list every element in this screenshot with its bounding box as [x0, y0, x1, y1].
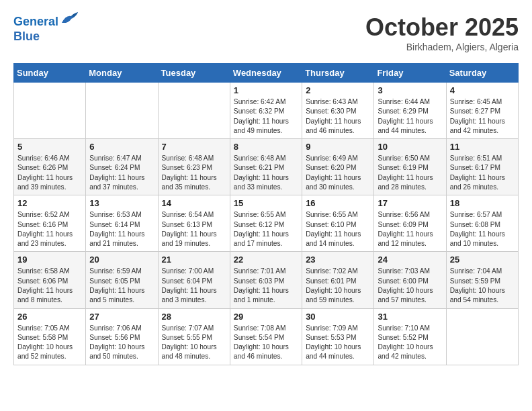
cell-content: Sunrise: 7:03 AMSunset: 6:00 PMDaylight:…: [378, 267, 442, 305]
calendar-cell: 7Sunrise: 6:48 AMSunset: 6:23 PMDaylight…: [158, 139, 230, 195]
cell-content: Sunrise: 6:54 AMSunset: 6:13 PMDaylight:…: [162, 210, 226, 248]
day-number: 17: [378, 198, 442, 208]
day-number: 5: [17, 142, 82, 152]
calendar-table: SundayMondayTuesdayWednesdayThursdayFrid…: [13, 63, 519, 365]
calendar-week-row: 12Sunrise: 6:52 AMSunset: 6:16 PMDayligh…: [14, 195, 519, 252]
calendar-cell: 18Sunrise: 6:57 AMSunset: 6:08 PMDayligh…: [446, 195, 518, 252]
day-number: 7: [162, 142, 226, 152]
cell-content: Sunrise: 7:10 AMSunset: 5:52 PMDaylight:…: [378, 324, 442, 362]
location-subtitle: Birkhadem, Algiers, Algeria: [365, 42, 519, 52]
cell-content: Sunrise: 6:45 AMSunset: 6:27 PMDaylight:…: [450, 97, 515, 136]
day-number: 14: [162, 198, 226, 208]
calendar-week-row: 19Sunrise: 6:58 AMSunset: 6:06 PMDayligh…: [14, 252, 519, 308]
day-number: 16: [306, 198, 370, 208]
cell-content: Sunrise: 6:46 AMSunset: 6:26 PMDaylight:…: [17, 154, 82, 192]
cell-content: Sunrise: 7:05 AMSunset: 5:58 PMDaylight:…: [17, 324, 82, 362]
calendar-cell: 11Sunrise: 6:51 AMSunset: 6:17 PMDayligh…: [446, 139, 518, 195]
day-number: 31: [378, 312, 442, 322]
title-block: October 2025 Birkhadem, Algiers, Algeria: [365, 13, 519, 52]
calendar-cell: 8Sunrise: 6:48 AMSunset: 6:21 PMDaylight…: [230, 139, 302, 195]
calendar-cell: 19Sunrise: 6:58 AMSunset: 6:06 PMDayligh…: [14, 252, 86, 308]
calendar-cell: 13Sunrise: 6:53 AMSunset: 6:14 PMDayligh…: [86, 195, 158, 252]
day-number: 12: [17, 198, 82, 208]
calendar-cell: [14, 83, 86, 139]
day-number: 20: [89, 255, 154, 265]
logo-text: General Blue: [13, 13, 79, 44]
cell-content: Sunrise: 7:07 AMSunset: 5:55 PMDaylight:…: [162, 324, 226, 362]
calendar-week-row: 26Sunrise: 7:05 AMSunset: 5:58 PMDayligh…: [14, 308, 519, 365]
cell-content: Sunrise: 7:01 AMSunset: 6:03 PMDaylight:…: [234, 267, 298, 305]
cell-content: Sunrise: 6:53 AMSunset: 6:14 PMDaylight:…: [89, 210, 154, 248]
day-number: 2: [306, 85, 370, 95]
calendar-cell: 25Sunrise: 7:04 AMSunset: 5:59 PMDayligh…: [446, 252, 518, 308]
cell-content: Sunrise: 6:43 AMSunset: 6:30 PMDaylight:…: [306, 97, 370, 136]
calendar-cell: 23Sunrise: 7:02 AMSunset: 6:01 PMDayligh…: [302, 252, 374, 308]
day-number: 26: [17, 312, 82, 322]
calendar-cell: 10Sunrise: 6:50 AMSunset: 6:19 PMDayligh…: [374, 139, 446, 195]
cell-content: Sunrise: 6:48 AMSunset: 6:23 PMDaylight:…: [162, 154, 226, 192]
logo: General Blue: [13, 13, 79, 44]
calendar-cell: 15Sunrise: 6:55 AMSunset: 6:12 PMDayligh…: [230, 195, 302, 252]
logo-bird-icon: [60, 11, 79, 26]
cell-content: Sunrise: 7:09 AMSunset: 5:53 PMDaylight:…: [306, 324, 370, 362]
cell-content: Sunrise: 6:58 AMSunset: 6:06 PMDaylight:…: [17, 267, 82, 305]
calendar-cell: 14Sunrise: 6:54 AMSunset: 6:13 PMDayligh…: [158, 195, 230, 252]
day-number: 10: [378, 142, 442, 152]
calendar-cell: 2Sunrise: 6:43 AMSunset: 6:30 PMDaylight…: [302, 83, 374, 139]
day-number: 27: [89, 312, 154, 322]
calendar-cell: 6Sunrise: 6:47 AMSunset: 6:24 PMDaylight…: [86, 139, 158, 195]
calendar-cell: 29Sunrise: 7:08 AMSunset: 5:54 PMDayligh…: [230, 308, 302, 365]
cell-content: Sunrise: 7:08 AMSunset: 5:54 PMDaylight:…: [234, 324, 298, 362]
calendar-cell: 30Sunrise: 7:09 AMSunset: 5:53 PMDayligh…: [302, 308, 374, 365]
calendar-cell: 4Sunrise: 6:45 AMSunset: 6:27 PMDaylight…: [446, 83, 518, 139]
calendar-week-row: 5Sunrise: 6:46 AMSunset: 6:26 PMDaylight…: [14, 139, 519, 195]
cell-content: Sunrise: 6:55 AMSunset: 6:12 PMDaylight:…: [234, 210, 298, 248]
calendar-cell: 21Sunrise: 7:00 AMSunset: 6:04 PMDayligh…: [158, 252, 230, 308]
day-number: 25: [450, 255, 515, 265]
cell-content: Sunrise: 6:59 AMSunset: 6:05 PMDaylight:…: [89, 267, 154, 305]
cell-content: Sunrise: 7:00 AMSunset: 6:04 PMDaylight:…: [162, 267, 226, 305]
calendar-cell: 26Sunrise: 7:05 AMSunset: 5:58 PMDayligh…: [14, 308, 86, 365]
calendar-cell: [158, 83, 230, 139]
day-of-week-header: Wednesday: [230, 64, 302, 83]
calendar-cell: 22Sunrise: 7:01 AMSunset: 6:03 PMDayligh…: [230, 252, 302, 308]
day-number: 28: [162, 312, 226, 322]
day-number: 13: [89, 198, 154, 208]
calendar-cell: 27Sunrise: 7:06 AMSunset: 5:56 PMDayligh…: [86, 308, 158, 365]
calendar-header-row: SundayMondayTuesdayWednesdayThursdayFrid…: [14, 64, 519, 83]
calendar-cell: [446, 308, 518, 365]
cell-content: Sunrise: 6:52 AMSunset: 6:16 PMDaylight:…: [17, 210, 82, 248]
calendar-week-row: 1Sunrise: 6:42 AMSunset: 6:32 PMDaylight…: [14, 83, 519, 139]
day-number: 3: [378, 85, 442, 95]
calendar-cell: 20Sunrise: 6:59 AMSunset: 6:05 PMDayligh…: [86, 252, 158, 308]
calendar-cell: 24Sunrise: 7:03 AMSunset: 6:00 PMDayligh…: [374, 252, 446, 308]
calendar-cell: 12Sunrise: 6:52 AMSunset: 6:16 PMDayligh…: [14, 195, 86, 252]
day-number: 30: [306, 312, 370, 322]
day-number: 8: [234, 142, 298, 152]
day-of-week-header: Sunday: [14, 64, 86, 83]
day-number: 22: [234, 255, 298, 265]
page-header: General Blue October 2025 Birkhadem, Alg…: [13, 13, 519, 52]
calendar-cell: 5Sunrise: 6:46 AMSunset: 6:26 PMDaylight…: [14, 139, 86, 195]
calendar-cell: 31Sunrise: 7:10 AMSunset: 5:52 PMDayligh…: [374, 308, 446, 365]
cell-content: Sunrise: 6:56 AMSunset: 6:09 PMDaylight:…: [378, 210, 442, 248]
calendar-cell: [86, 83, 158, 139]
day-of-week-header: Thursday: [302, 64, 374, 83]
cell-content: Sunrise: 6:50 AMSunset: 6:19 PMDaylight:…: [378, 154, 442, 192]
calendar-cell: 28Sunrise: 7:07 AMSunset: 5:55 PMDayligh…: [158, 308, 230, 365]
cell-content: Sunrise: 6:57 AMSunset: 6:08 PMDaylight:…: [450, 210, 515, 248]
calendar-cell: 3Sunrise: 6:44 AMSunset: 6:29 PMDaylight…: [374, 83, 446, 139]
cell-content: Sunrise: 6:42 AMSunset: 6:32 PMDaylight:…: [234, 97, 298, 136]
cell-content: Sunrise: 7:04 AMSunset: 5:59 PMDaylight:…: [450, 267, 515, 305]
day-of-week-header: Friday: [374, 64, 446, 83]
cell-content: Sunrise: 7:06 AMSunset: 5:56 PMDaylight:…: [89, 324, 154, 362]
calendar-cell: 16Sunrise: 6:55 AMSunset: 6:10 PMDayligh…: [302, 195, 374, 252]
cell-content: Sunrise: 6:44 AMSunset: 6:29 PMDaylight:…: [378, 97, 442, 136]
day-number: 6: [89, 142, 154, 152]
day-of-week-header: Saturday: [446, 64, 518, 83]
calendar-cell: 9Sunrise: 6:49 AMSunset: 6:20 PMDaylight…: [302, 139, 374, 195]
day-number: 4: [450, 85, 515, 95]
day-number: 19: [17, 255, 82, 265]
day-number: 15: [234, 198, 298, 208]
cell-content: Sunrise: 6:51 AMSunset: 6:17 PMDaylight:…: [450, 154, 515, 192]
